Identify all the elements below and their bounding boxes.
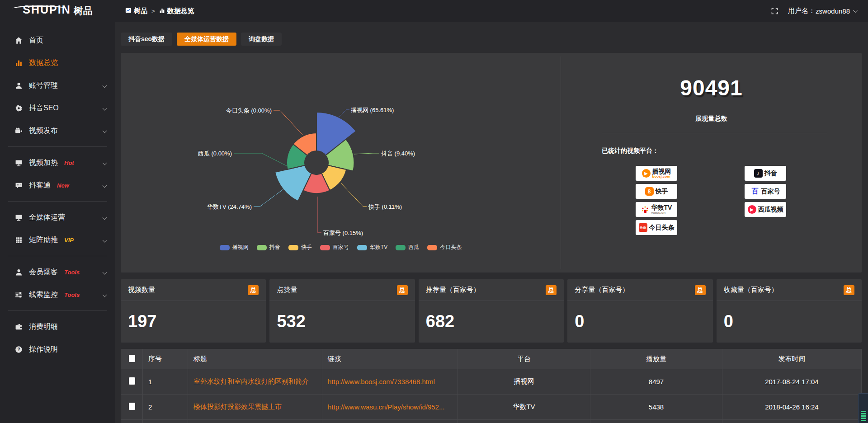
stat-card-value: 682: [419, 301, 564, 331]
breadcrumb-label: 数据总览: [167, 7, 194, 15]
sidebar-item-member-baoke[interactable]: 会员爆客Tools: [0, 261, 115, 283]
logo-arc: [13, 5, 66, 12]
platform-badge-kuaishou: 8快手: [636, 184, 677, 199]
cell-plays: 5438: [590, 395, 722, 420]
sidebar-item-omnimedia-operation[interactable]: 全媒体运营: [0, 206, 115, 229]
kuaishou-logo-icon: 8: [645, 187, 654, 196]
chevron-down-icon: [853, 8, 858, 13]
sidebar-item-consumption-details[interactable]: 消费明细: [0, 315, 115, 338]
legend-item-播视网[interactable]: 播视网: [220, 244, 249, 251]
sidebar-divider: [8, 201, 107, 202]
col-header-link: 链接: [322, 349, 458, 369]
chevron-down-icon: [103, 128, 107, 133]
extension-widget[interactable]: [858, 393, 868, 423]
pie-label-line: [341, 183, 367, 207]
sidebar-item-douketong[interactable]: 抖客通New: [0, 174, 115, 197]
legend-item-华数TV[interactable]: 华数TV: [357, 244, 387, 251]
breadcrumb-item-shupin[interactable]: 树品: [125, 7, 147, 15]
pie-slice-华数TV[interactable]: [275, 165, 311, 201]
sidebar-item-label: 线索监控: [29, 290, 58, 300]
cell-url-link[interactable]: http://www.boosj.com/7338468.html: [322, 369, 458, 395]
row-checkbox[interactable]: [129, 377, 135, 385]
sidebar-item-account-management[interactable]: 账号管理: [0, 74, 115, 97]
stat-card-value: 0: [567, 301, 712, 331]
sidebar-item-douyin-seo[interactable]: 抖音SEO: [0, 97, 115, 119]
breadcrumb-item-data-overview[interactable]: 数据总览: [159, 7, 194, 15]
boosj-logo-icon: ▶: [642, 169, 651, 178]
table-row: 2楼体投影灯投影效果震撼上市http://www.wasu.cn/Play/sh…: [121, 395, 862, 420]
display-icon: [14, 213, 23, 221]
bar-chart-icon: [14, 59, 23, 67]
green-bar-icon: [861, 418, 866, 419]
cell-title-link[interactable]: 楼体投影灯投影效果震撼上市: [188, 395, 322, 420]
row-checkbox[interactable]: [129, 403, 135, 410]
total-badge[interactable]: 总: [397, 285, 408, 295]
tab-douyin-seo-data[interactable]: 抖音seo数据: [121, 33, 172, 46]
sidebar-item-home[interactable]: 首页: [0, 29, 115, 52]
total-badge[interactable]: 总: [248, 285, 259, 295]
sidebar-item-video-publish[interactable]: 视频发布: [0, 119, 115, 142]
pie-label-快手: 快手 (0.11%): [368, 203, 402, 211]
cell-plays: 8497: [590, 369, 722, 395]
tab-inquiry-data[interactable]: 询盘数据: [241, 33, 282, 46]
platform-badge-baijiahao: 百百家号: [745, 184, 786, 199]
username-label: 用户名：: [788, 7, 815, 15]
legend-item-西瓜[interactable]: 西瓜: [396, 244, 419, 251]
stat-card-recommend-count: 推荐量（百家号）总682: [419, 279, 564, 343]
table-row: 1室外水纹灯和室内水纹灯的区别和简介http://www.boosj.com/7…: [121, 369, 862, 395]
legend-item-抖音[interactable]: 抖音: [257, 244, 280, 251]
legend-label: 播视网: [232, 244, 249, 251]
green-bar-icon: [861, 415, 866, 417]
sidebar-badge-tools: Tools: [64, 269, 80, 276]
total-badge[interactable]: 总: [695, 285, 706, 295]
main-content: 抖音seo数据全媒体运营数据询盘数据 播视网抖音快手百家号华数TV西瓜今日头条 …: [115, 22, 868, 423]
stat-card-video-count: 视频数量总197: [121, 279, 266, 343]
legend-item-快手[interactable]: 快手: [288, 244, 312, 251]
platform-share-chart: 播视网抖音快手百家号华数TV西瓜今日头条 播视网 (65.61%)抖音 (9.4…: [121, 53, 561, 273]
user-menu[interactable]: 用户名：zswodun88: [788, 7, 856, 15]
sidebar-item-data-overview[interactable]: 数据总览: [0, 52, 115, 74]
platform-name: 今日头条: [649, 224, 675, 232]
video-camera-icon: [14, 127, 23, 135]
stat-card-value: 197: [121, 301, 266, 331]
pie-label-line: [234, 153, 287, 166]
sidebar-item-matrix-boost[interactable]: 矩阵助推VIP: [0, 229, 115, 251]
platform-badge-boosj: ▶播视网boosj.com: [636, 166, 677, 181]
impressions-total-label: 展现量总数: [561, 115, 862, 123]
legend-item-百家号[interactable]: 百家号: [320, 244, 349, 251]
cell-url-link[interactable]: http://www.wasu.cn/Play/show/id/952...: [322, 395, 458, 420]
cell-title-link[interactable]: 室外水纹灯和室内水纹灯的区别和简介: [188, 369, 322, 395]
select-all-checkbox[interactable]: [129, 355, 135, 362]
pie-label-抖音: 抖音 (9.40%): [381, 150, 415, 158]
sidebar-item-label: 矩阵助推: [29, 235, 58, 245]
stat-card-header: 分享量（百家号）总: [567, 279, 712, 301]
sidebar-item-video-heating[interactable]: 视频加热Hot: [0, 151, 115, 174]
impressions-summary: 90491 展现量总数 已统计的视频平台： ▶播视网boosj.com♪抖音8快…: [561, 53, 862, 273]
sidebar-item-label: 消费明细: [29, 322, 58, 332]
tab-omnimedia-operation-data[interactable]: 全媒体运营数据: [177, 33, 236, 46]
pie-label-西瓜: 西瓜 (0.00%): [198, 150, 232, 158]
sidebar-item-operation-guide[interactable]: ?操作说明: [0, 338, 115, 361]
legend-marker: [427, 245, 437, 250]
pie-label-line: [254, 188, 284, 207]
legend-item-今日头条[interactable]: 今日头条: [427, 244, 462, 251]
legend-label: 快手: [301, 244, 312, 251]
total-badge[interactable]: 总: [844, 285, 854, 295]
sliders-icon: [14, 291, 23, 299]
fullscreen-icon[interactable]: [771, 8, 778, 14]
cell-platform: 播视网: [458, 369, 590, 395]
total-badge[interactable]: 总: [546, 285, 557, 295]
sidebar-divider: [8, 146, 107, 147]
legend-marker: [396, 245, 406, 250]
stat-card-share-count: 分享量（百家号）总0: [567, 279, 712, 343]
stat-card-title: 视频数量: [128, 286, 155, 294]
chevron-down-icon: [103, 238, 107, 242]
rose-pie-chart: [121, 53, 561, 273]
platform-name: 西瓜视频: [758, 206, 783, 214]
pie-label-line: [339, 110, 349, 117]
sidebar-item-clue-monitoring[interactable]: 线索监控Tools: [0, 283, 115, 306]
platform-name: 播视网: [652, 168, 671, 174]
bar-chart-icon: [159, 7, 165, 15]
green-bar-icon: [861, 411, 866, 412]
divider: [602, 133, 827, 133]
